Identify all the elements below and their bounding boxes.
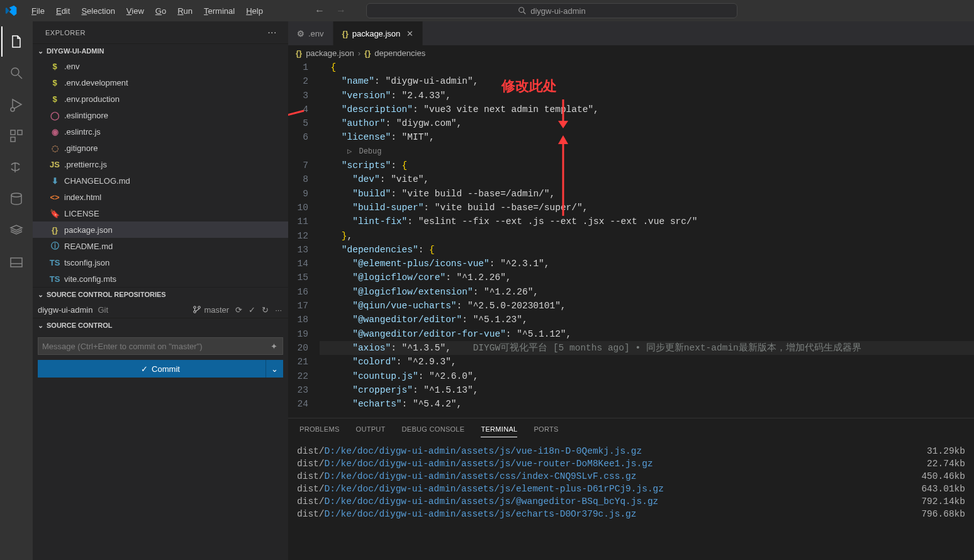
file-row[interactable]: <>index.html (33, 189, 288, 205)
branch-picker[interactable]: master (193, 305, 229, 315)
scr-title: SOURCE CONTROL REPOSITORIES (47, 291, 166, 298)
file-row[interactable]: $.env.development (33, 74, 288, 91)
code-line[interactable]: "dev": "vite", (320, 172, 974, 186)
code-line[interactable]: "axios": "^1.3.5", DIYGW可视化平台 [5 months … (320, 341, 974, 355)
check-icon[interactable]: ✓ (249, 305, 255, 315)
activity-db[interactable] (1, 184, 31, 214)
file-row[interactable]: ◉.eslintrc.js (33, 123, 288, 140)
code-line[interactable]: "@logicflow/extension": "^1.2.26", (320, 285, 974, 299)
activity-bottom[interactable] (1, 247, 31, 277)
code-line[interactable]: "version": "2.4.33", (320, 89, 974, 103)
code-line[interactable]: "build-super": "vite build --base=/super… (320, 201, 974, 215)
code-line[interactable]: "name": "diygw-ui-admin", (320, 74, 974, 88)
chevron-down-icon: ⌄ (35, 46, 45, 56)
file-row[interactable]: ◌.gitignore (33, 140, 288, 156)
activity-explorer[interactable] (1, 26, 31, 57)
file-row[interactable]: {}package.json (33, 221, 288, 238)
file-icon: TS (49, 273, 60, 284)
file-row[interactable]: $.env (33, 58, 288, 74)
code-line[interactable]: "author": "diygw.com", (320, 116, 974, 130)
file-row[interactable]: TStsconfig.json (33, 254, 288, 271)
commit-dropdown[interactable]: ⌄ (266, 360, 283, 378)
commit-message-input[interactable]: Message (Ctrl+Enter to commit on "master… (38, 337, 283, 355)
activity-stack[interactable] (1, 215, 31, 245)
git-branch-icon (193, 305, 201, 314)
scr-repo-type: Git (98, 305, 108, 315)
panel-tab-ports[interactable]: PORTS (534, 422, 558, 437)
code-line[interactable]: "@element-plus/icons-vue": "^2.3.1", (320, 257, 974, 271)
code-line[interactable]: { (320, 60, 974, 74)
menu-help[interactable]: Help (241, 4, 268, 18)
code-line[interactable]: "countup.js": "^2.6.0", (320, 369, 974, 383)
refresh-icon[interactable]: ↻ (262, 305, 269, 315)
file-name: .env.production (64, 94, 120, 104)
tab-label: .env (308, 29, 324, 38)
more-icon[interactable]: ··· (275, 305, 282, 315)
file-row[interactable]: JS.prettierrc.js (33, 156, 288, 172)
code-line[interactable]: "@wangeditor/editor": "^5.1.23", (320, 313, 974, 327)
panel-tab-problems[interactable]: PROBLEMS (299, 422, 340, 437)
code-line[interactable]: "colord": "^2.9.3", (320, 355, 974, 369)
file-row[interactable]: 🔖LICENSE (33, 205, 288, 221)
file-name: .eslintignore (64, 111, 108, 120)
menu-run[interactable]: Run (172, 4, 198, 18)
file-row[interactable]: ⬇CHANGELOG.md (33, 172, 288, 189)
menu-view[interactable]: View (121, 4, 149, 18)
file-icon: JS (49, 159, 60, 170)
code-line[interactable]: "license": "MIT", (320, 130, 974, 144)
file-row[interactable]: TSvite.config.mts (33, 271, 288, 287)
code-line[interactable]: "description": "vue3 vite next admin tem… (320, 103, 974, 116)
code-line[interactable]: "@logicflow/core": "^1.2.26", (320, 271, 974, 284)
main-menu: FileEditSelectionViewGoRunTerminalHelp (26, 4, 268, 18)
panel-tab-terminal[interactable]: TERMINAL (481, 422, 517, 437)
panel-tab-debug-console[interactable]: DEBUG CONSOLE (402, 422, 465, 437)
code-line[interactable]: "scripts": { (320, 159, 974, 172)
file-icon: <> (49, 191, 60, 203)
commit-button[interactable]: ✓ Commit ⌄ (38, 360, 283, 378)
command-center[interactable]: diygw-ui-admin (366, 3, 737, 18)
breadcrumb[interactable]: {} package.json › {} dependencies (288, 45, 974, 60)
sync-icon[interactable]: ⟳ (235, 305, 242, 315)
activity-extensions[interactable] (1, 121, 31, 151)
code-line[interactable]: }, (320, 229, 974, 243)
project-header[interactable]: ⌄ DIYGW-UI-ADMIN (33, 43, 288, 58)
code-line[interactable]: "@wangeditor/editor-for-vue": "^5.1.12", (320, 327, 974, 341)
arrow-annotation-icon (288, 108, 307, 158)
editor-tab[interactable]: ⚙.env (288, 21, 333, 45)
scr-repo-row[interactable]: diygw-ui-admin Git master ⟳ ✓ ↻ ··· (33, 301, 288, 318)
file-row[interactable]: $.env.production (33, 91, 288, 107)
chevron-down-icon: ⌄ (35, 320, 45, 330)
titlebar: FileEditSelectionViewGoRunTerminalHelp ←… (0, 0, 974, 21)
terminal-output[interactable]: dist/D:/ke/doc/diygw-ui-admin/assets/js/… (288, 440, 974, 560)
editor-tab[interactable]: {}package.json✕ (333, 21, 423, 45)
activity-search[interactable] (1, 58, 31, 88)
nav-back-icon[interactable]: ← (315, 5, 325, 16)
nav-forward-icon[interactable]: → (336, 5, 346, 16)
file-row[interactable]: ◯.eslintignore (33, 107, 288, 123)
more-icon[interactable]: ··· (267, 27, 277, 38)
menu-go[interactable]: Go (150, 4, 171, 18)
code-line[interactable]: "cropperjs": "^1.5.13", (320, 383, 974, 397)
code-line[interactable]: "dependencies": { (320, 243, 974, 257)
activity-run[interactable] (1, 89, 31, 120)
code-line[interactable]: "build": "vite build --base=/admin/", (320, 187, 974, 201)
menu-edit[interactable]: Edit (51, 4, 75, 18)
close-icon[interactable]: ✕ (406, 29, 413, 38)
menu-terminal[interactable]: Terminal (199, 4, 240, 18)
codelens-debug[interactable]: ▷ Debug (320, 145, 974, 159)
check-icon: ✓ (141, 364, 148, 374)
file-icon: {} (49, 224, 60, 235)
svg-point-2 (11, 68, 19, 76)
code-line[interactable]: "echarts": "^5.4.2", (320, 397, 974, 411)
source-control-header[interactable]: ⌄ SOURCE CONTROL (33, 318, 288, 332)
scr-header[interactable]: ⌄ SOURCE CONTROL REPOSITORIES (33, 287, 288, 301)
code-editor[interactable]: 123456789101112131415161718192021222324 … (288, 60, 974, 418)
file-row[interactable]: ⓘREADME.md (33, 238, 288, 254)
menu-file[interactable]: File (26, 4, 50, 18)
sparkle-icon[interactable]: ✦ (271, 342, 277, 351)
activity-remote[interactable] (1, 152, 31, 182)
code-line[interactable]: "lint-fix": "eslint --fix --ext .js --ex… (320, 215, 974, 228)
menu-selection[interactable]: Selection (76, 4, 120, 18)
code-line[interactable]: "@qiun/vue-ucharts": "^2.5.0-20230101", (320, 299, 974, 313)
panel-tab-output[interactable]: OUTPUT (356, 422, 386, 437)
